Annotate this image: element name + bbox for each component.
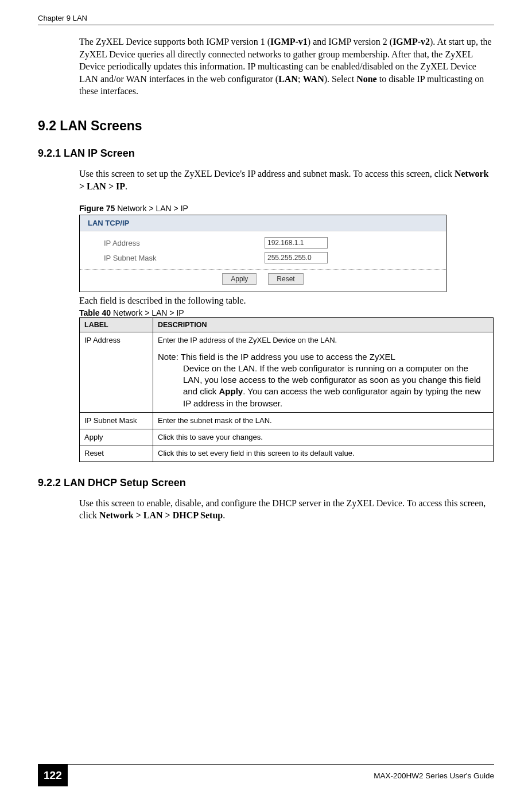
dhcp-intro-text-c: . [223,510,225,520]
ip-address-label: IP Address [104,239,265,247]
panel-title: LAN TCP/IP [80,215,446,231]
table-row: IP Subnet Mask Enter the subnet mask of … [80,412,494,429]
lan-ip-intro-text-c: . [125,181,127,191]
section-heading-dhcp: 9.2.2 LAN DHCP Setup Screen [38,477,494,489]
table-row: Apply Click this to save your changes. [80,429,494,445]
table-header-row: LABEL DESCRIPTION [80,318,494,332]
table-row: IP Address Enter the IP address of the Z… [80,332,494,413]
ip-address-input[interactable] [265,237,328,249]
cell-description: Click this to save your changes. [153,429,494,445]
intro-paragraph: The ZyXEL Device supports both IGMP vers… [79,36,494,98]
reset-button[interactable]: Reset [268,273,303,285]
cell-label: Reset [80,445,153,462]
column-header-label: LABEL [80,318,153,332]
table-title: Network > LAN > IP [113,308,184,317]
figure-caption: Figure 75 Network > LAN > IP [79,204,494,213]
panel-body: IP Address IP Subnet Mask [80,231,446,263]
table-caption: Table 40 Network > LAN > IP [79,308,494,317]
footer-row: 122 MAX-200HW2 Series User's Guide [38,765,494,786]
table-number: Table 40 [79,308,113,317]
page-number: 122 [38,765,68,786]
table-row: Reset Click this to set every field in t… [80,445,494,462]
panel-footer: Apply Reset [80,269,446,292]
page-footer: 122 MAX-200HW2 Series User's Guide [38,764,494,786]
apply-button[interactable]: Apply [222,273,257,285]
chapter-label: Chapter 9 LAN [38,14,494,22]
figure-title: Network > LAN > IP [117,204,188,213]
page-header: Chapter 9 LAN [38,14,494,25]
cell-description: Click this to set every field in this sc… [153,445,494,462]
parameter-table: LABEL DESCRIPTION IP Address Enter the I… [79,317,494,461]
lan-ip-intro-text-a: Use this screen to set up the ZyXEL Devi… [79,169,455,179]
cell-label: IP Address [80,332,153,413]
ip-desc-line: Enter the IP address of the ZyXEL Device… [158,336,337,344]
section-heading-lan-screens: 9.2 LAN Screens [38,118,494,134]
ip-note: Note: This field is the IP address you u… [158,351,488,409]
cell-label: Apply [80,429,153,445]
figure-number: Figure 75 [79,204,117,213]
cell-description: Enter the IP address of the ZyXEL Device… [153,332,494,413]
header-rule [38,25,494,25]
column-header-description: DESCRIPTION [153,318,494,332]
content-area: The ZyXEL Device supports both IGMP vers… [38,36,494,533]
cell-description: Enter the subnet mask of the LAN. [153,412,494,429]
subnet-input[interactable] [265,252,328,263]
form-row-subnet: IP Subnet Mask [104,252,434,263]
guide-name: MAX-200HW2 Series User's Guide [374,771,494,780]
screenshot-figure: LAN TCP/IP IP Address IP Subnet Mask App… [79,215,446,292]
subnet-label: IP Subnet Mask [104,254,265,262]
dhcp-intro: Use this screen to enable, disable, and … [79,497,494,522]
form-row-ip-address: IP Address [104,237,434,249]
dhcp-intro-path: Network > LAN > DHCP Setup [99,510,223,520]
table-intro: Each field is described in the following… [79,296,494,306]
lan-ip-intro: Use this screen to set up the ZyXEL Devi… [79,168,494,192]
cell-label: IP Subnet Mask [80,412,153,429]
section-heading-lan-ip: 9.2.1 LAN IP Screen [38,148,494,160]
